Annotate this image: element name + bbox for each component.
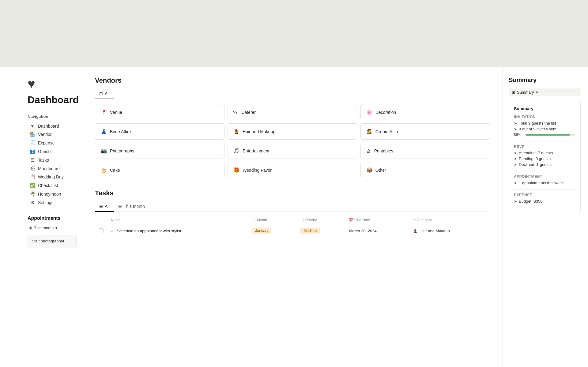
month-tag[interactable]: January: [252, 228, 272, 234]
tasks-tab-all[interactable]: ⊞ All: [95, 201, 114, 212]
tasks-table: Name ⏱ Month ⏱ Priority 📅 Due Date: [95, 215, 490, 237]
arrow-icon: ➤: [514, 181, 517, 185]
makeup-icon: 💄: [233, 129, 239, 134]
progress-row: 89%: [514, 133, 575, 137]
sidebar-item-settings[interactable]: ⚙ Settings: [28, 198, 77, 207]
page-icon: ♥: [28, 77, 77, 91]
clipboard-icon: 📋: [29, 174, 36, 180]
main-content: ♥ Dashboard Navigation ♥ Dashboard 🏪 Ven…: [0, 67, 588, 367]
vendor-card-venue[interactable]: 📍 Venue: [95, 104, 224, 120]
invites-sent-item: ➤ 8 out of 9 invites sent: [514, 127, 575, 131]
gift-icon: 🎁: [233, 167, 239, 173]
appointments-title: Appointments: [28, 215, 77, 221]
vendor-card-other[interactable]: 📦 Other: [360, 162, 490, 178]
this-month-filter[interactable]: ⊞ This month ▾: [28, 225, 77, 231]
rsvp-subsection: RSVP ➤ Attending: 7 guests ➤ Pending: 0 …: [514, 144, 575, 167]
pending-item: ➤ Pending: 0 guests: [514, 156, 575, 161]
tasks-tab-this-month[interactable]: ⊟ This month: [114, 201, 149, 212]
vendor-card-entertainment[interactable]: 🎵 Entertainment: [228, 143, 357, 159]
appointments-section: Appointments ⊞ This month ▾ Visit photog…: [28, 215, 77, 248]
col-month-header: ⏱ Month: [249, 215, 297, 225]
heart-icon: ♥: [29, 123, 36, 129]
tasks-header-row: Name ⏱ Month ⏱ Priority 📅 Due Date: [95, 215, 490, 225]
summary-card-title: Summary: [514, 106, 575, 111]
nav-list: ♥ Dashboard 🏪 Vendor 🧾 Expense 👥 Guests …: [28, 122, 77, 207]
music-icon: 🎵: [233, 148, 239, 154]
sidebar-item-honeymoon[interactable]: 🌴 Honeymoon: [28, 190, 77, 198]
sidebar-item-tasks[interactable]: ☰ Tasks: [28, 156, 77, 164]
palm-icon: 🌴: [29, 191, 36, 197]
vendor-card-groom-attire[interactable]: 🤵 Groom Attire: [360, 123, 490, 140]
vendor-card-wedding-favor[interactable]: 🎁 Wedding Favor: [228, 162, 357, 178]
sidebar-item-vendor[interactable]: 🏪 Vendor: [28, 130, 77, 139]
nav-section-title: Navigation: [28, 114, 77, 119]
vendor-card-printables[interactable]: 🖨 Printables: [360, 143, 490, 159]
tasks-tabs: ⊞ All ⊟ This month: [95, 201, 490, 212]
suit-icon: 🤵: [366, 129, 372, 134]
summary-panel-title: Summary: [509, 77, 581, 84]
expense-title: Expense: [514, 193, 575, 197]
col-check: [95, 215, 107, 225]
expense-subsection: Expense ➤ Budget: $350: [514, 193, 575, 204]
arrow-icon: ➤: [514, 127, 517, 131]
summary-view-button[interactable]: ⊞ Summary ▾: [509, 88, 581, 96]
arrow-icon: ➤: [514, 163, 517, 167]
sidebar-item-moodboard[interactable]: 🖼 Moodboard: [28, 164, 77, 173]
budget-item: ➤ Budget: $350: [514, 199, 575, 204]
vendor-card-decoration[interactable]: 🌸 Decoration: [360, 104, 490, 120]
grid-icon: ⊞: [99, 204, 103, 209]
grid-icon: ⊞: [99, 91, 103, 96]
sidebar-item-guests[interactable]: 👥 Guests: [28, 147, 77, 156]
total-guests-item: ➤ Total 9 guests the list: [514, 121, 575, 125]
receipt-icon: 🧾: [29, 140, 36, 146]
task-checkbox[interactable]: [99, 228, 104, 233]
sidebar-item-check-list[interactable]: ✅ Check List: [28, 181, 77, 190]
progress-bar-fill: [526, 134, 570, 136]
task-priority-cell: Medium: [297, 225, 345, 237]
task-row-0: ✓ Schedule an appointment with stylist J…: [95, 225, 490, 237]
task-category-cell: 💄 Hair and Makeup: [409, 225, 490, 237]
vendor-card-caterer[interactable]: 🍽 Caterer: [228, 104, 357, 120]
task-checkbox-cell: [95, 225, 107, 237]
chevron-down-icon: ▾: [55, 226, 58, 230]
list-icon: ☰: [29, 157, 36, 163]
vendors-tab-all[interactable]: ⊞ All: [95, 89, 114, 99]
sidebar-item-dashboard[interactable]: ♥ Dashboard: [28, 122, 77, 130]
vendor-card-photography[interactable]: 📷 Photography: [95, 143, 224, 159]
calendar-icon: ⊟: [118, 204, 122, 209]
vendor-card-hair-makeup[interactable]: 💄 Hair and Makeup: [228, 123, 357, 140]
sidebar: ♥ Dashboard Navigation ♥ Dashboard 🏪 Ven…: [0, 67, 86, 367]
vendor-card-cake[interactable]: 🎂 Cake: [95, 162, 224, 178]
col-priority-header: ⏱ Priority: [297, 215, 345, 225]
hero-area: [0, 0, 588, 67]
divider: [514, 171, 575, 171]
arrow-icon: ➤: [514, 151, 517, 155]
store-icon: 🏪: [29, 132, 36, 137]
appointment-card[interactable]: Visit photographer: [28, 235, 77, 248]
declined-item: ➤ Declined: 1 guests: [514, 162, 575, 167]
check-icon: ✅: [29, 183, 36, 188]
appointment-title: Appointment: [514, 174, 575, 179]
center-content: Vendors ⊞ All 📍 Venue 🍽 Caterer 🌸: [86, 67, 502, 367]
sidebar-item-expense[interactable]: 🧾 Expense: [28, 139, 77, 147]
grid-icon: ⊞: [29, 226, 32, 230]
vendors-tabs: ⊞ All: [95, 89, 490, 99]
vendor-card-bride-attire[interactable]: 👗 Bride Attire: [95, 123, 224, 140]
cake-icon: 🎂: [101, 167, 107, 173]
caterer-icon: 🍽: [233, 110, 238, 115]
guests-icon: 👥: [29, 149, 36, 154]
appointment-card-title: Visit photographer: [32, 239, 72, 243]
page-title: Dashboard: [28, 94, 77, 106]
vendors-title: Vendors: [95, 77, 490, 84]
venue-icon: 📍: [101, 109, 107, 115]
task-month-cell: January: [249, 225, 297, 237]
priority-tag[interactable]: Medium: [300, 228, 320, 234]
sidebar-item-wedding-day[interactable]: 📋 Wedding Day: [28, 173, 77, 181]
arrow-icon: ➤: [514, 157, 517, 161]
gear-icon: ⚙: [29, 200, 36, 205]
image-icon: 🖼: [29, 166, 36, 171]
page-wrapper: ♥ Dashboard Navigation ♥ Dashboard 🏪 Ven…: [0, 0, 588, 367]
task-due-date-cell: March 30, 2024: [345, 225, 409, 237]
progress-bar-bg: [526, 134, 575, 136]
attending-item: ➤ Attending: 7 guests: [514, 151, 575, 155]
